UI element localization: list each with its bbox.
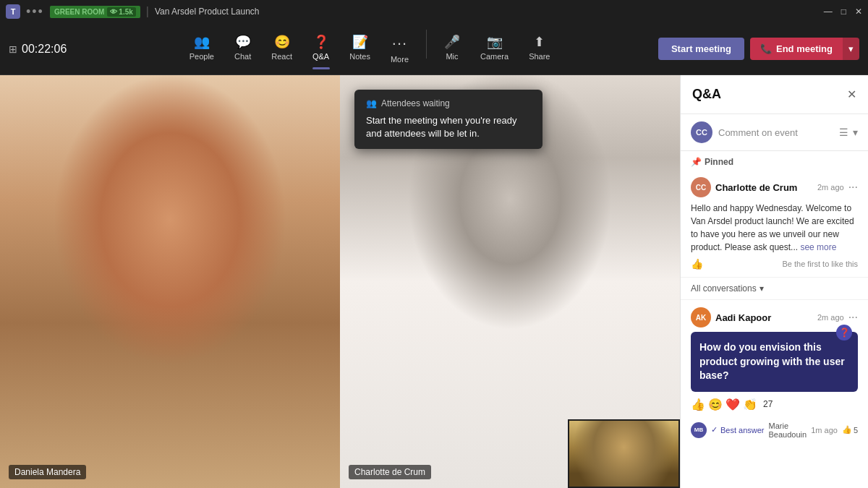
attendees-waiting-label: Attendees waiting (381, 98, 450, 108)
react-icon: 😊 (274, 34, 290, 50)
end-meeting-button[interactable]: 📞 End meeting (750, 38, 843, 60)
qa-comment-input-row[interactable]: CC Comment on event ☰ ▾ (681, 114, 868, 151)
video-left-feed (0, 75, 340, 488)
best-answer-label: ✓ Best answer (711, 425, 765, 435)
charlotte-avatar: CC (691, 177, 711, 197)
minimize-button[interactable]: — (824, 7, 833, 17)
mic-icon: 🎤 (444, 34, 460, 50)
titlebar: T ••• GREEN ROOM 👁 1.5k | Van Arsdel Pro… (0, 0, 868, 23)
charlotte-time: 2m ago (817, 183, 844, 192)
mic-label: Mic (446, 52, 458, 61)
timer-display: 00:22:06 (22, 43, 67, 56)
input-options-icon[interactable]: ☰ (839, 127, 848, 138)
input-icons: ☰ ▾ (839, 127, 858, 138)
titlebar-dots[interactable]: ••• (26, 4, 44, 20)
end-meeting-label: End meeting (776, 43, 833, 54)
aadi-more-button[interactable]: ··· (848, 311, 858, 324)
share-icon: ⬆ (534, 34, 545, 50)
qa-icon: ❓ (313, 34, 329, 50)
tab-camera[interactable]: 📷 Camera (472, 30, 517, 68)
qa-close-button[interactable]: ✕ (847, 87, 856, 101)
input-chevron-icon[interactable]: ▾ (853, 127, 858, 138)
best-answer-text: Best answer (720, 426, 765, 435)
greenroom-label: GREEN ROOM (54, 8, 104, 16)
best-answer-user: Marie Beaudouin (769, 421, 807, 439)
pinned-label: Pinned (705, 157, 733, 167)
people-icon: 👥 (194, 34, 210, 50)
charlotte-more-button[interactable]: ··· (848, 181, 858, 194)
end-meeting-group: 📞 End meeting ▾ (750, 38, 859, 60)
question-text: How do you envision this product growing… (699, 341, 845, 381)
thumbs-up-reaction[interactable]: 👍 (691, 398, 705, 411)
camera-icon: 📷 (487, 34, 503, 50)
ba-likes-count: 5 (854, 426, 858, 435)
aadi-avatar: AK (691, 307, 711, 328)
pin-icon: 📌 (691, 157, 702, 167)
like-placeholder: Be the first to like this (782, 260, 858, 268)
qa-q1-header: AK Aadi Kapoor 2m ago ··· (691, 307, 858, 328)
question-reactions: 👍 😊 ❤️ 👏 27 (691, 398, 858, 411)
tab-qa[interactable]: ❓ Q&A (304, 30, 338, 68)
video-right-name: Charlotte de Crum (349, 465, 431, 479)
window-controls: — □ ✕ (824, 7, 862, 17)
reaction-count: 27 (763, 399, 773, 409)
tab-mic[interactable]: 🎤 Mic (435, 30, 469, 68)
divider (426, 30, 427, 59)
checkmark-icon: ✓ (711, 425, 718, 435)
more-icon: ··· (392, 34, 407, 53)
tab-chat[interactable]: 💬 Chat (226, 30, 260, 68)
teams-logo: T (6, 4, 20, 19)
all-conversations-toggle[interactable]: All conversations ▾ (681, 278, 868, 300)
best-answer-time: 1m ago (811, 426, 838, 435)
restore-button[interactable]: □ (841, 7, 846, 17)
comment-placeholder[interactable]: Comment on event (718, 127, 833, 138)
qa-like-row: 👍 Be the first to like this (691, 258, 858, 270)
thumbnail-feed (569, 421, 678, 487)
end-meeting-chevron[interactable]: ▾ (843, 38, 859, 60)
marie-avatar: MB (691, 422, 707, 438)
popup-body: Start the meeting when you're ready and … (366, 114, 531, 140)
see-more-link[interactable]: see more (800, 242, 836, 252)
qa-panel-title: Q&A (692, 87, 721, 102)
tab-react[interactable]: 😊 React (263, 30, 301, 68)
heart-reaction[interactable]: ❤️ (726, 398, 740, 411)
video-area: Daniela Mandera 👥 Attendees waiting Star… (0, 75, 680, 488)
video-left: Daniela Mandera (0, 75, 340, 488)
question-card: ❓ How do you envision this product growi… (691, 332, 858, 392)
tab-share[interactable]: ⬆ Share (520, 30, 558, 68)
video-right: 👥 Attendees waiting Start the meeting wh… (340, 75, 680, 488)
listeners-count: 👁 1.5k (107, 7, 135, 17)
charlotte-message-text: Hello and happy Wednesday. Welcome to Va… (691, 202, 858, 254)
people-label: People (190, 52, 214, 61)
more-label: More (391, 55, 409, 64)
all-conversations-label: All conversations (691, 283, 757, 294)
qa-msg-1-header: CC Charlotte de Crum 2m ago ··· (691, 177, 858, 197)
tab-more[interactable]: ··· More (382, 30, 417, 68)
title-separator: | (146, 5, 149, 18)
smile-reaction[interactable]: 😊 (708, 398, 723, 411)
qa-panel-header: Q&A ✕ (681, 75, 868, 114)
grid-icon: ⊞ (9, 43, 17, 55)
top-navigation: ⊞ 00:22:06 👥 People 💬 Chat 😊 React ❓ Q&A… (0, 23, 868, 75)
start-meeting-button[interactable]: Start meeting (658, 38, 744, 60)
phone-icon: 📞 (760, 43, 772, 54)
current-user-avatar: CC (691, 121, 712, 143)
tab-notes[interactable]: 📝 Notes (341, 30, 379, 68)
video-left-name: Daniela Mandera (9, 465, 86, 479)
tab-people[interactable]: 👥 People (181, 30, 223, 68)
qa-message-1: CC Charlotte de Crum 2m ago ··· Hello an… (681, 170, 868, 278)
pinned-section-header: 📌 Pinned (681, 151, 868, 170)
react-label: React (271, 52, 292, 61)
meeting-action-buttons: Start meeting 📞 End meeting ▾ (658, 38, 859, 60)
best-answer-likes: 👍 5 (842, 425, 858, 435)
attendees-icon: 👥 (366, 98, 377, 108)
thumbnail-video (568, 419, 680, 488)
question-card-icon: ❓ (836, 325, 852, 341)
all-conv-chevron: ▾ (760, 283, 764, 294)
close-button[interactable]: ✕ (855, 7, 862, 17)
share-label: Share (529, 52, 550, 61)
clap-reaction[interactable]: 👏 (743, 398, 757, 411)
like-button[interactable]: 👍 (691, 258, 703, 270)
camera-label: Camera (480, 52, 509, 61)
qa-panel: Q&A ✕ CC Comment on event ☰ ▾ 📌 Pinned C… (680, 75, 868, 488)
